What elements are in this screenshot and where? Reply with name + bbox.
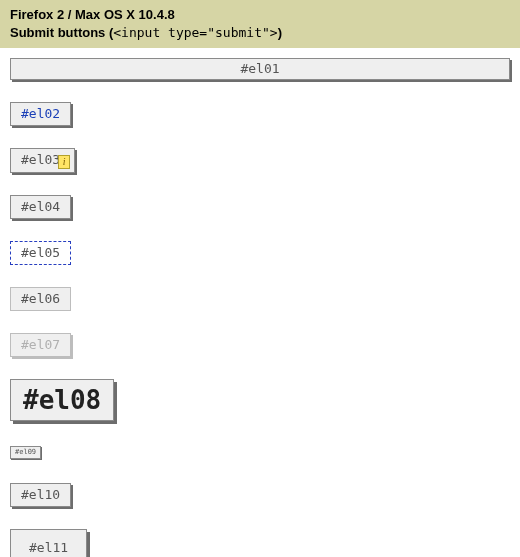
header-line-1: Firefox 2 / Max OS X 10.4.8 <box>10 6 510 24</box>
header-line-2-prefix: Submit buttons ( <box>10 25 113 40</box>
content-area: #el01 #el02 #el03i #el04 #el05 #el06 #el… <box>0 48 520 557</box>
row-el02: #el02 <box>10 102 510 126</box>
row-el11: #el11 <box>10 529 510 557</box>
submit-button-el03[interactable]: #el03i <box>10 148 75 173</box>
row-el09: #el09 <box>10 443 510 461</box>
row-el07: #el07 <box>10 333 510 357</box>
submit-button-el09[interactable]: #el09 <box>10 446 41 459</box>
submit-button-el06[interactable]: #el06 <box>10 287 71 311</box>
header-code: <input type="submit"> <box>113 25 277 40</box>
row-el04: #el04 <box>10 195 510 219</box>
submit-button-el10[interactable]: #el10 <box>10 483 71 507</box>
page-header: Firefox 2 / Max OS X 10.4.8 Submit butto… <box>0 0 520 48</box>
row-el10: #el10 <box>10 483 510 507</box>
submit-button-el02[interactable]: #el02 <box>10 102 71 126</box>
header-line-2: Submit buttons (<input type="submit">) <box>10 24 510 42</box>
row-el05: #el05 <box>10 241 510 265</box>
submit-button-el03-label: #el03 <box>21 152 60 167</box>
row-el03: #el03i <box>10 148 510 173</box>
row-el01: #el01 <box>10 58 510 80</box>
submit-button-el04[interactable]: #el04 <box>10 195 71 219</box>
header-line-2-suffix: ) <box>278 25 282 40</box>
submit-button-el05[interactable]: #el05 <box>10 241 71 265</box>
info-badge-icon: i <box>58 155 70 169</box>
submit-button-el07[interactable]: #el07 <box>10 333 71 357</box>
submit-button-el11[interactable]: #el11 <box>10 529 87 557</box>
submit-button-el08[interactable]: #el08 <box>10 379 114 421</box>
submit-button-el01[interactable]: #el01 <box>10 58 510 80</box>
row-el08: #el08 <box>10 379 510 421</box>
row-el06: #el06 <box>10 287 510 311</box>
